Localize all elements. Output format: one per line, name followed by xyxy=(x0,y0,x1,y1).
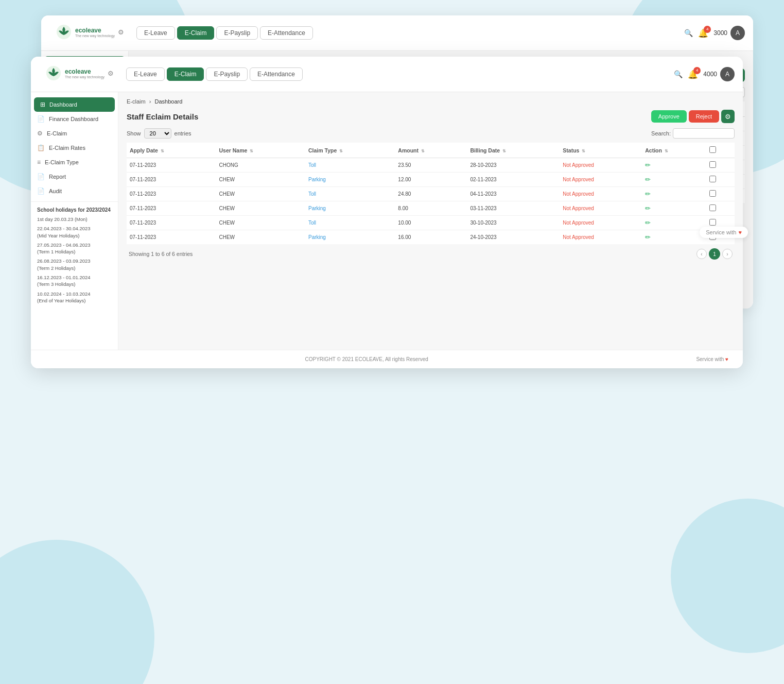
td-action-front-4[interactable]: ✏ xyxy=(642,216,706,230)
tab-epayslip-back[interactable]: E-Payslip xyxy=(216,26,258,40)
td-amount-front-3: 8.00 xyxy=(395,201,467,216)
settings-button-front[interactable]: ⚙ xyxy=(721,110,735,123)
heart-icon-footer: ♥ xyxy=(725,356,728,362)
type-icon-front: ≡ xyxy=(37,159,41,166)
td-checkbox-front-3[interactable] xyxy=(706,201,735,216)
td-checkbox-front-2[interactable] xyxy=(706,187,735,201)
section-header-front: Staff Eclaim Details Approve Reject ⚙ xyxy=(127,110,735,123)
td-apply-date-front-5: 07-11-2023 xyxy=(127,230,216,245)
th-user-name-f: User Name ⇅ xyxy=(216,143,305,158)
pagination-front: ‹ 1 › xyxy=(696,248,733,260)
sidebar-item-finance-front[interactable]: 📄 Finance Dashboard xyxy=(31,112,118,126)
td-amount-front-2: 24.80 xyxy=(395,187,467,201)
td-amount-front-1: 12.00 xyxy=(395,173,467,187)
sidebar-label-audit-front: Audit xyxy=(49,188,62,194)
table-controls-front: Show 20 50 100 entries Search: xyxy=(127,128,735,139)
td-claim-type-front-2[interactable]: Toll xyxy=(305,187,395,201)
table-row-front-1: 07-11-2023 CHEW Parking 12.00 02-11-2023… xyxy=(127,173,735,187)
td-user-name-front-4: CHEW xyxy=(216,216,305,230)
sidebar-item-rates-front[interactable]: 📋 E-Claim Rates xyxy=(31,141,118,155)
logo-area: ecoleave The new way technology ⚙ xyxy=(49,20,130,46)
tab-eattendance-back[interactable]: E-Attendance xyxy=(260,26,313,40)
holidays-title-front: School holidays for 2023/2024 xyxy=(37,207,112,213)
page-1-front[interactable]: 1 xyxy=(709,248,720,260)
select-all-front[interactable] xyxy=(709,146,716,153)
holiday-f6: 10.02.2024 - 10.03.2024(End of Year Holi… xyxy=(37,290,112,304)
sidebar-item-dashboard-front[interactable]: ⊞ Dashboard xyxy=(34,97,115,112)
sidebar-item-eclaim-front[interactable]: ⚙ E-Claim xyxy=(31,126,118,141)
td-action-front-1[interactable]: ✏ xyxy=(642,173,706,187)
td-claim-type-front-0[interactable]: Toll xyxy=(305,158,395,173)
search-label-front: Search: xyxy=(651,130,671,136)
logo-svg-front xyxy=(45,65,62,81)
notif-badge-back[interactable]: 🔔 4 xyxy=(698,28,708,38)
th-status-f: Status ⇅ xyxy=(560,143,642,158)
td-apply-date-front-1: 07-11-2023 xyxy=(127,173,216,187)
tab-eleave-front[interactable]: E-Leave xyxy=(126,67,165,81)
show-label-front: Show xyxy=(127,130,141,136)
search-icon-back[interactable]: 🔍 xyxy=(684,29,693,37)
sidebar-item-audit-front[interactable]: 📄 Audit xyxy=(31,184,118,198)
showing-text-front: Showing 1 to 6 of 6 entries xyxy=(129,251,193,257)
logo-tagline: The new way technology xyxy=(75,34,115,38)
logo-area-front: ecoleave The new way technology ⚙ xyxy=(39,61,120,88)
td-claim-type-front-5[interactable]: Parking xyxy=(305,230,395,245)
td-billing-date-front-3: 03-11-2023 xyxy=(467,201,560,216)
tab-eclaim-front[interactable]: E-Claim xyxy=(167,67,204,81)
tab-epayslip-front[interactable]: E-Payslip xyxy=(206,67,248,81)
sidebar-item-report-front[interactable]: 📄 Report xyxy=(31,169,118,184)
prev-page-front[interactable]: ‹ xyxy=(696,249,707,259)
tab-eleave-back[interactable]: E-Leave xyxy=(136,26,175,40)
approve-button-front[interactable]: Approve xyxy=(651,110,687,123)
th-billing-date-f: Billing Date ⇅ xyxy=(467,143,560,158)
eclaim-icon-front: ⚙ xyxy=(37,130,43,137)
entries-label-front: entries xyxy=(175,130,191,136)
td-user-name-front-5: CHEW xyxy=(216,230,305,245)
td-status-front-0: Not Approved xyxy=(560,158,642,173)
next-page-front[interactable]: › xyxy=(722,249,733,259)
table-row-front-5: 07-11-2023 CHEW Parking 16.00 24-10-2023… xyxy=(127,230,735,245)
td-apply-date-front-2: 07-11-2023 xyxy=(127,187,216,201)
td-amount-front-4: 10.00 xyxy=(395,216,467,230)
breadcrumb-front: E-claim › Dashboard xyxy=(127,98,735,105)
td-billing-date-front-4: 30-10-2023 xyxy=(467,216,560,230)
table-body-front: 07-11-2023 CHONG Toll 23.50 28-10-2023 N… xyxy=(127,158,735,245)
td-action-front-3[interactable]: ✏ xyxy=(642,201,706,216)
td-status-front-5: Not Approved xyxy=(560,230,642,245)
data-table-front: Apply Date ⇅ User Name ⇅ Claim Type ⇅ Am… xyxy=(127,143,735,244)
notif-count-back: 4 xyxy=(704,26,711,33)
nav-right-back: 🔍 🔔 4 3000 A xyxy=(684,26,745,40)
td-action-front-5[interactable]: ✏ xyxy=(642,230,706,245)
td-action-front-0[interactable]: ✏ xyxy=(642,158,706,173)
user-number-front: 4000 xyxy=(703,71,717,78)
entries-select-front[interactable]: 20 50 100 xyxy=(144,128,171,139)
table-row-front-0: 07-11-2023 CHONG Toll 23.50 28-10-2023 N… xyxy=(127,158,735,173)
logo-text-area: ecoleave The new way technology xyxy=(75,27,115,38)
th-amount-f: Amount ⇅ xyxy=(395,143,467,158)
user-avatar-back: A xyxy=(730,26,745,40)
th-claim-type-f: Claim Type ⇅ xyxy=(305,143,395,158)
td-checkbox-front-0[interactable] xyxy=(706,158,735,173)
td-checkbox-front-1[interactable] xyxy=(706,173,735,187)
td-action-front-2[interactable]: ✏ xyxy=(642,187,706,201)
search-input-front[interactable] xyxy=(673,128,735,139)
settings-icon-front[interactable]: ⚙ xyxy=(108,70,114,77)
td-user-name-front-1: CHEW xyxy=(216,173,305,187)
reject-button-front[interactable]: Reject xyxy=(689,110,719,123)
td-claim-type-front-1[interactable]: Parking xyxy=(305,173,395,187)
page-wrapper: ecoleave The new way technology ⚙ E-Leav… xyxy=(0,0,784,536)
search-icon-front[interactable]: 🔍 xyxy=(674,70,683,78)
td-amount-front-5: 16.00 xyxy=(395,230,467,245)
tab-eattendance-front[interactable]: E-Attendance xyxy=(250,67,303,81)
th-apply-date-f: Apply Date ⇅ xyxy=(127,143,216,158)
sidebar-item-type-front[interactable]: ≡ E-Claim Type xyxy=(31,155,118,169)
notif-badge-front[interactable]: 🔔 4 xyxy=(688,70,698,79)
td-claim-type-front-3[interactable]: Parking xyxy=(305,201,395,216)
tab-eclaim-back[interactable]: E-Claim xyxy=(177,26,215,40)
td-amount-front-0: 23.50 xyxy=(395,158,467,173)
table-footer-front: Showing 1 to 6 of 6 entries ‹ 1 › xyxy=(127,244,735,264)
sidebar-label-rates-front: E-Claim Rates xyxy=(49,145,85,151)
td-status-front-2: Not Approved xyxy=(560,187,642,201)
td-claim-type-front-4[interactable]: Toll xyxy=(305,216,395,230)
settings-icon[interactable]: ⚙ xyxy=(118,28,124,36)
